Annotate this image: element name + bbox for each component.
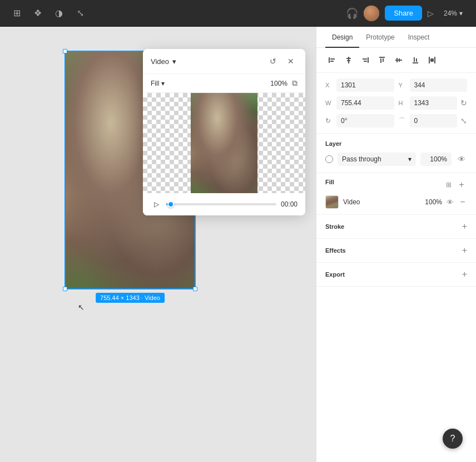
fill-visibility-toggle[interactable]: 👁: [447, 198, 454, 207]
x-label: X: [325, 82, 333, 89]
export-section[interactable]: Export +: [316, 263, 476, 287]
svg-rect-6: [368, 57, 369, 63]
fill-label-text: Fill: [151, 80, 159, 87]
svg-rect-0: [329, 57, 330, 63]
zoom-label: 24%: [444, 9, 457, 17]
svg-rect-15: [413, 62, 418, 63]
export-add-button[interactable]: +: [462, 269, 467, 279]
main-layout: 755.44 × 1343 · Video ↖ Video ▾ ↺ ✕ Fill…: [0, 27, 476, 462]
svg-rect-19: [434, 57, 435, 63]
stroke-section[interactable]: Stroke +: [316, 215, 476, 239]
canvas[interactable]: 755.44 × 1343 · Video ↖ Video ▾ ↺ ✕ Fill…: [0, 27, 316, 462]
contrast-tool[interactable]: ◑: [51, 6, 67, 21]
constrain-proportions-icon[interactable]: ↻: [460, 99, 467, 107]
frame-tool[interactable]: ⊞: [9, 6, 24, 21]
layer-blend-mode-label: Pass through: [342, 155, 381, 163]
y-group: Y: [399, 78, 468, 92]
h-input[interactable]: [410, 96, 458, 110]
tab-prototype[interactable]: Prototype: [359, 27, 401, 48]
fill-label-chevron-icon: ▾: [161, 80, 165, 87]
video-popover: Video ▾ ↺ ✕ Fill ▾ 100% ⧉: [143, 49, 305, 215]
rotation-input[interactable]: [336, 114, 394, 127]
distribute-button[interactable]: [424, 52, 440, 68]
share-button[interactable]: Share: [385, 6, 422, 21]
svg-rect-10: [380, 58, 381, 63]
w-input[interactable]: [336, 96, 394, 110]
popover-header: Video ▾ ↺ ✕: [143, 49, 305, 74]
layer-section: Layer Pass through ▾ 👁: [316, 134, 476, 173]
component-tool[interactable]: ❖: [30, 6, 46, 21]
video-preview-image: [191, 93, 257, 193]
headphones-icon[interactable]: 🎧: [346, 7, 358, 19]
align-center-h-button[interactable]: [341, 52, 356, 68]
h-label: H: [399, 100, 406, 106]
video-preview: [143, 93, 305, 193]
fill-grid-icon[interactable]: ⊞: [446, 181, 452, 189]
video-time-display: 00:00: [281, 200, 298, 208]
svg-rect-16: [414, 57, 415, 62]
zoom-chevron-icon: ▾: [459, 9, 463, 17]
popover-title-text: Video: [151, 57, 169, 66]
video-play-button[interactable]: ▷: [151, 199, 162, 210]
align-row: [316, 48, 476, 73]
y-input[interactable]: [410, 78, 468, 92]
help-button[interactable]: ?: [443, 429, 463, 449]
export-title: Export: [325, 271, 345, 278]
w-label: W: [325, 100, 333, 106]
svg-rect-18: [429, 57, 430, 63]
avatar-image: [364, 6, 379, 21]
align-bottom-button[interactable]: [408, 52, 423, 68]
stroke-add-button[interactable]: +: [462, 222, 467, 232]
layer-opacity-input[interactable]: [420, 153, 452, 166]
cursor-arrow: ↖: [78, 303, 85, 312]
svg-rect-13: [396, 58, 398, 62]
layer-title: Layer: [325, 140, 467, 147]
align-center-v-button[interactable]: [391, 52, 406, 68]
rotation-label-icon: ↻: [325, 117, 333, 125]
effects-title: Effects: [325, 247, 346, 254]
align-left-button[interactable]: [324, 52, 340, 68]
popover-close-button[interactable]: ✕: [284, 55, 298, 68]
stroke-title: Stroke: [325, 223, 344, 230]
fill-thumbnail[interactable]: [325, 195, 339, 209]
align-top-button[interactable]: [374, 52, 390, 68]
corner-radius-input[interactable]: [410, 114, 458, 127]
svg-rect-11: [383, 58, 384, 62]
svg-rect-20: [430, 58, 434, 62]
video-controls: ▷ 00:00: [143, 193, 305, 215]
svg-rect-17: [416, 58, 417, 62]
layer-blend-select[interactable]: Pass through ▾: [338, 153, 416, 166]
x-input[interactable]: [336, 78, 394, 92]
fill-name-label: Video: [343, 198, 418, 206]
clip-icon[interactable]: ⧉: [292, 78, 298, 88]
tab-inspect[interactable]: Inspect: [401, 27, 437, 48]
align-right-button[interactable]: [358, 52, 373, 68]
effects-add-button[interactable]: +: [462, 245, 467, 255]
effects-section[interactable]: Effects +: [316, 239, 476, 263]
layer-row: Pass through ▾ 👁: [325, 153, 467, 166]
layer-visibility-toggle[interactable]: 👁: [456, 155, 467, 164]
fill-add-button[interactable]: +: [456, 179, 467, 190]
corner-radius-label-icon: ⌒: [399, 116, 406, 126]
fill-label-group: Fill ▾: [151, 80, 165, 87]
corner-options-icon[interactable]: ⤡: [460, 116, 467, 125]
video-progress-bar[interactable]: [166, 203, 276, 205]
svg-rect-5: [347, 60, 350, 61]
popover-reset-button[interactable]: ↺: [266, 55, 280, 68]
tab-design[interactable]: Design: [325, 27, 359, 48]
layer-blend-icon: [325, 155, 333, 163]
y-label: Y: [399, 82, 406, 89]
x-group: X: [325, 78, 394, 92]
zoom-control[interactable]: 24% ▾: [439, 7, 467, 19]
svg-rect-7: [363, 58, 367, 60]
fill-opacity-value: 100%: [267, 80, 287, 87]
wh-row: W H ↻: [325, 96, 467, 110]
video-progress-thumb[interactable]: [167, 201, 174, 208]
fill-remove-button[interactable]: −: [458, 197, 467, 207]
fill-row: Fill ▾ 100% ⧉: [143, 74, 305, 93]
svg-rect-14: [399, 58, 400, 62]
h-group: H ↻: [399, 96, 468, 110]
play-button-top[interactable]: ▷: [428, 9, 434, 18]
avatar[interactable]: [364, 6, 379, 21]
crop-tool[interactable]: ⤡: [72, 6, 88, 21]
